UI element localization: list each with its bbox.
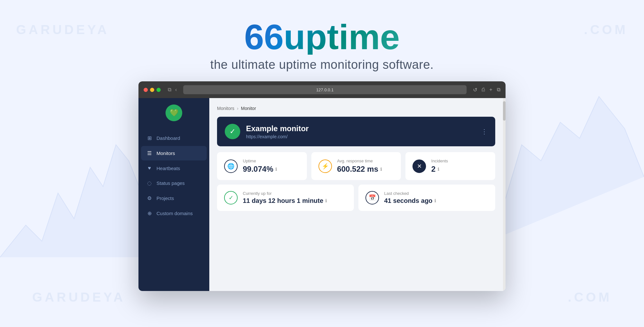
monitor-menu-icon[interactable]: ⋮ [481,128,488,135]
currently-up-info-icon[interactable]: ℹ [325,198,327,203]
projects-icon: ⚙ [146,195,153,201]
watermark-4: .com [568,290,612,304]
breadcrumb: Monitors › Monitor [217,106,495,111]
status-pages-icon: ◌ [146,180,153,186]
sidebar-item-label-dashboard: Dashboard [156,135,180,141]
monitor-name: Example monitor [246,124,475,133]
stat-card-uptime: 🌐 Uptime 99.074% ℹ [217,152,307,180]
traffic-lights [144,88,161,92]
breadcrumb-parent[interactable]: Monitors [217,106,234,111]
browser-window: ⧉ ‹ 127.0.0.1 ↺ ⎙ + ⧉ 💚 ⊞ Dashboard [138,81,506,291]
last-checked-value: 41 seconds ago ℹ [384,197,436,204]
traffic-light-red[interactable] [144,88,148,92]
response-time-info: Avg. response time 600.522 ms ℹ [337,159,382,174]
currently-up-icon: ✓ [224,191,238,204]
monitors-icon: ☰ [146,150,153,156]
last-checked-icon: 📅 [365,191,379,204]
monitor-status-icon: ✓ [225,124,240,139]
sidebar-item-heartbeats[interactable]: ♥ Heartbeats [141,161,207,175]
breadcrumb-separator: › [237,106,239,111]
browser-chrome: ⧉ ‹ 127.0.0.1 ↺ ⎙ + ⧉ [138,81,506,98]
incidents-value: 2 ℹ [431,165,448,174]
response-time-info-icon[interactable]: ℹ [380,167,382,172]
sidebar-item-monitors[interactable]: ☰ Monitors [141,146,207,160]
currently-up-value: 11 days 12 hours 1 minute ℹ [243,197,327,204]
address-bar[interactable]: 127.0.0.1 [183,85,466,94]
watermark-3: GARUDEYA [32,290,125,304]
share-icon[interactable]: ⎙ [482,87,485,93]
last-checked-info-icon[interactable]: ℹ [434,198,436,203]
sidebar-item-label-status-pages: Status pages [156,180,185,186]
last-checked-info: Last checked 41 seconds ago ℹ [384,191,436,204]
uptime-info-icon[interactable]: ℹ [275,167,277,172]
stat-card-incidents: ✕ Incidents 2 ℹ [405,152,495,180]
sidebar-item-label-monitors: Monitors [156,150,175,156]
sidebar-logo: 💚 [138,104,209,121]
traffic-light-green[interactable] [156,88,161,92]
uptime-info: Uptime 99.074% ℹ [243,159,277,174]
sidebar-item-label-heartbeats: Heartbeats [156,166,180,171]
logo: 66 uptime [244,19,400,55]
incidents-icon: ✕ [412,159,426,173]
dashboard-icon: ⊞ [146,135,153,141]
stats-row-1: 🌐 Uptime 99.074% ℹ ⚡ Avg. response time [217,152,495,180]
add-tab-icon[interactable]: + [489,87,492,93]
last-checked-label: Last checked [384,191,436,196]
more-icon[interactable]: ⧉ [497,87,500,93]
sidebar-item-dashboard[interactable]: ⊞ Dashboard [141,131,207,145]
incidents-label: Incidents [431,159,448,163]
stat-card-currently-up: ✓ Currently up for 11 days 12 hours 1 mi… [217,185,354,211]
logo-circle: 💚 [166,104,182,121]
tagline: the ultimate uptime monitoring software. [0,58,644,72]
uptime-icon: 🌐 [224,159,238,173]
heartbeats-icon: ♥ [146,165,153,171]
uptime-value: 99.074% ℹ [243,165,277,174]
currently-up-label: Currently up for [243,191,327,196]
main-content: Monitors › Monitor ✓ Example monitor htt… [209,98,503,291]
browser-controls: ⧉ ‹ [168,87,177,93]
scroll-thumb[interactable] [503,101,506,121]
response-time-icon: ⚡ [318,159,332,173]
browser-right-controls: ↺ ⎙ + ⧉ [473,87,500,93]
breadcrumb-current: Monitor [241,106,256,111]
currently-up-info: Currently up for 11 days 12 hours 1 minu… [243,191,327,204]
sidebar-item-status-pages[interactable]: ◌ Status pages [141,176,207,190]
response-time-value: 600.522 ms ℹ [337,165,382,174]
stat-card-last-checked: 📅 Last checked 41 seconds ago ℹ [358,185,495,211]
logo-part2: uptime [284,19,400,55]
stat-card-response-time: ⚡ Avg. response time 600.522 ms ℹ [311,152,401,180]
scrollbar[interactable] [503,98,506,291]
back-icon[interactable]: ‹ [175,87,177,93]
sidebar-item-label-projects: Projects [156,195,174,201]
incidents-info-icon[interactable]: ℹ [438,167,439,172]
sidebar-item-projects[interactable]: ⚙ Projects [141,191,207,205]
response-time-label: Avg. response time [337,159,382,163]
browser-content: 💚 ⊞ Dashboard ☰ Monitors ♥ Heartbeats ◌ [138,98,506,291]
address-text: 127.0.0.1 [316,87,334,92]
header: 66 uptime the ultimate uptime monitoring… [0,0,644,81]
logo-part1: 66 [244,19,284,55]
sidebar: 💚 ⊞ Dashboard ☰ Monitors ♥ Heartbeats ◌ [138,98,209,291]
incidents-info: Incidents 2 ℹ [431,159,448,174]
monitor-info: Example monitor https://example.com/ [246,124,475,139]
monitor-header-card: ✓ Example monitor https://example.com/ ⋮ [217,117,495,146]
sidebar-item-custom-domains[interactable]: ⊕ Custom domains [141,206,207,221]
sidebar-toggle-icon[interactable]: ⧉ [168,87,171,93]
sidebar-nav: ⊞ Dashboard ☰ Monitors ♥ Heartbeats ◌ St… [138,131,209,221]
sidebar-item-label-custom-domains: Custom domains [156,211,193,216]
traffic-light-yellow[interactable] [150,88,154,92]
refresh-icon[interactable]: ↺ [473,87,477,93]
stats-row-2: ✓ Currently up for 11 days 12 hours 1 mi… [217,185,495,211]
uptime-label: Uptime [243,159,277,163]
logo-heartbeat-icon: 💚 [170,109,178,117]
monitor-url: https://example.com/ [246,134,475,139]
custom-domains-icon: ⊕ [146,210,153,216]
